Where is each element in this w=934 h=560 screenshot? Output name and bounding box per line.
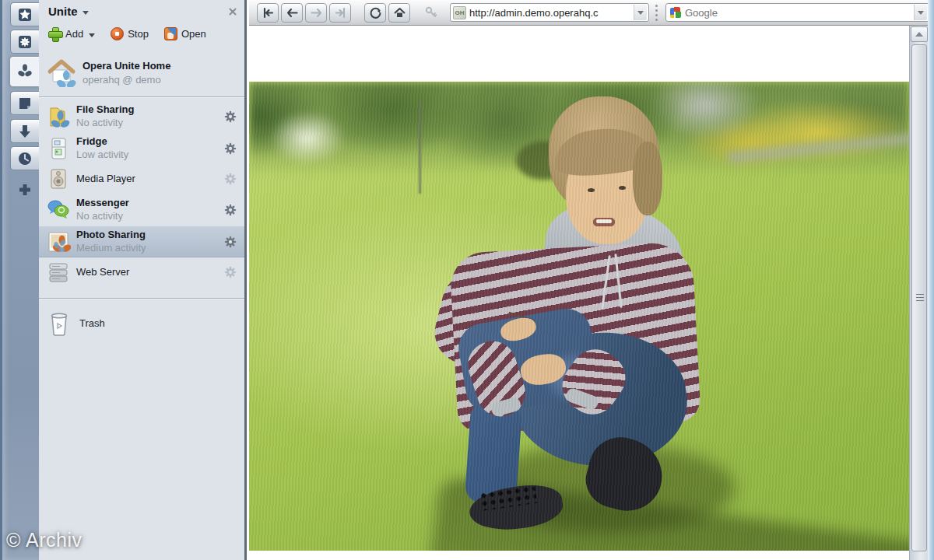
widgets-panel-icon [17, 34, 33, 50]
back-button[interactable] [281, 3, 303, 23]
service-status: Medium activity [76, 242, 224, 255]
fridge-icon [45, 135, 72, 162]
opera-unite-home-item[interactable]: Opera Unite Home operahq @ demo [39, 50, 244, 96]
divider [39, 298, 244, 299]
scrollbar-grip [916, 294, 924, 302]
trash-icon [47, 310, 72, 336]
home-button[interactable] [388, 3, 410, 23]
service-settings-gear-icon[interactable] [224, 173, 237, 185]
browser-toolbar: GH [249, 0, 934, 26]
home-subtitle: operahq @ demo [83, 74, 170, 86]
bookmarks-panel-icon [17, 7, 33, 23]
search-input[interactable] [682, 7, 914, 19]
add-icon [48, 27, 61, 40]
stop-label: Stop [128, 28, 149, 40]
history-panel-icon [17, 151, 33, 166]
search-dropdown-icon [918, 11, 924, 15]
service-name: Fridge [76, 135, 224, 149]
tab-widgets[interactable] [10, 30, 39, 54]
messenger-icon [45, 197, 72, 223]
panel-header: Unite [39, 0, 244, 19]
wand-password-key-icon[interactable] [425, 6, 437, 19]
add-service-button[interactable]: Add [48, 27, 95, 40]
panel-title: Unite [48, 5, 78, 18]
add-label: Add [65, 28, 83, 40]
notes-panel-icon [17, 96, 33, 111]
service-row-web-server[interactable]: Web Server [39, 257, 244, 287]
address-dropdown-button[interactable] [634, 5, 647, 20]
address-input[interactable] [466, 7, 634, 19]
open-service-button[interactable]: Open [164, 27, 206, 40]
file-sharing-icon [45, 103, 72, 130]
media-player-icon [45, 166, 72, 192]
service-name: Web Server [76, 265, 224, 279]
service-row-fridge[interactable]: Fridge Low activity [39, 132, 244, 164]
scrollbar-thumb[interactable] [911, 44, 927, 551]
service-status: Low activity [76, 149, 224, 162]
address-dropdown-icon [637, 11, 644, 15]
service-settings-gear-icon[interactable] [224, 236, 237, 248]
service-row-messenger[interactable]: Messenger No activity [39, 194, 244, 226]
page-favicon: GH [453, 6, 466, 19]
photo-boy-on-lawn [249, 82, 909, 551]
service-status: No activity [76, 117, 224, 130]
trash-item[interactable]: Trash [39, 302, 244, 342]
search-box[interactable] [665, 3, 929, 22]
reload-button[interactable] [364, 3, 386, 23]
tab-downloads[interactable] [10, 119, 39, 143]
opera-unite-home-icon [47, 58, 76, 87]
stop-icon [111, 27, 124, 40]
service-row-file-sharing[interactable]: File Sharing No activity [39, 100, 244, 132]
stop-service-button[interactable]: Stop [111, 27, 149, 40]
trash-label: Trash [79, 317, 105, 329]
add-panel-plus-icon [17, 182, 33, 198]
fast-forward-button[interactable] [329, 3, 351, 23]
tab-notes[interactable] [10, 91, 39, 115]
service-settings-gear-icon[interactable] [224, 266, 237, 278]
rewind-icon [262, 6, 275, 19]
service-settings-gear-icon[interactable] [224, 204, 237, 216]
tab-bookmarks[interactable] [10, 2, 39, 26]
unite-panel: Unite Add Stop Open [39, 0, 247, 560]
home-icon [393, 6, 406, 19]
tab-add-panel[interactable] [10, 177, 39, 201]
page-content [249, 26, 909, 560]
panel-tabstrip [0, 0, 39, 560]
service-name: Photo Sharing [76, 228, 224, 242]
back-icon [286, 6, 299, 19]
rewind-button[interactable] [257, 3, 279, 23]
service-name: Media Player [76, 172, 224, 186]
photo-sharing-icon [45, 229, 72, 255]
address-bar[interactable]: GH [450, 3, 649, 22]
service-row-photo-sharing[interactable]: Photo Sharing Medium activity [39, 226, 244, 257]
service-settings-gear-icon[interactable] [224, 110, 237, 123]
tab-history[interactable] [10, 146, 39, 170]
service-status: No activity [76, 210, 224, 223]
archive-watermark: © Archiv [6, 529, 82, 551]
add-dropdown-icon [89, 33, 95, 37]
scroll-up-icon [915, 32, 923, 37]
grass-texture [249, 82, 909, 551]
service-settings-gear-icon[interactable] [224, 142, 237, 155]
web-server-icon [45, 259, 72, 285]
open-label: Open [181, 28, 206, 40]
toolbar-separator-handle[interactable] [655, 5, 658, 21]
google-search-engine-icon [669, 6, 682, 19]
vertical-scrollbar[interactable] [909, 26, 928, 560]
scrollbar-up-button[interactable] [911, 26, 928, 42]
home-title: Opera Unite Home [83, 60, 170, 72]
panel-title-dropdown-icon[interactable] [83, 11, 89, 15]
forward-button[interactable] [305, 3, 327, 23]
fast-forward-icon [334, 6, 347, 19]
reload-icon [369, 6, 382, 19]
search-dropdown-button[interactable] [914, 5, 927, 20]
service-name: Messenger [76, 196, 224, 210]
service-row-media-player[interactable]: Media Player [39, 164, 244, 194]
open-icon [164, 27, 177, 40]
panel-toolbar: Add Stop Open [39, 19, 244, 50]
window-right-edge [928, 0, 934, 560]
opera-browser-window: Unite Add Stop Open [0, 0, 934, 560]
tab-unite[interactable] [9, 56, 39, 87]
forward-icon [310, 6, 323, 19]
panel-close-icon[interactable] [227, 6, 238, 17]
